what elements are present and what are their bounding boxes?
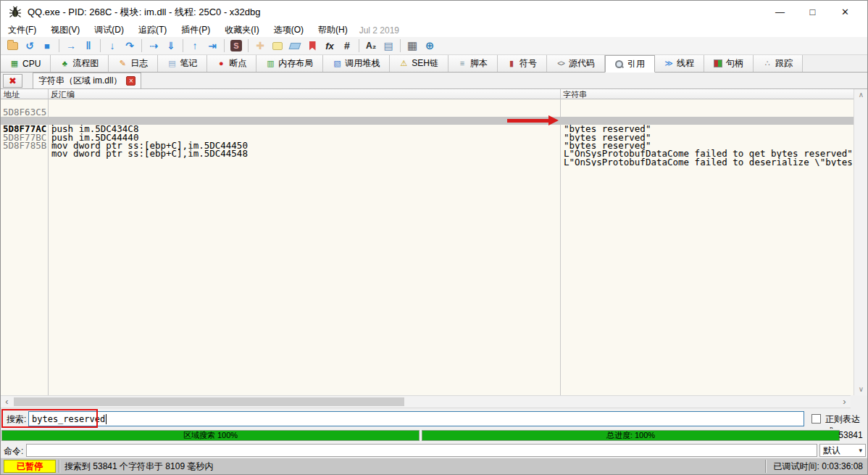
open-file-icon[interactable] [4,38,20,53]
function-icon[interactable]: fx [322,38,338,53]
scrollbar-thumb[interactable] [14,397,404,406]
scroll-down-icon[interactable]: ∨ [854,384,868,395]
scroll-right-icon[interactable]: › [838,396,851,408]
toolbar-separator [100,39,101,52]
search-input[interactable]: bytes_reserved [28,411,804,426]
tab-graph[interactable]: ♣流程图 [51,55,109,72]
table-row[interactable]: 5D8F63E8 push im.5DC434C8 "bytes_reserve… [1,108,854,116]
tab-cpu[interactable]: ▦CPU [1,55,51,72]
strings-region-tab[interactable]: 字符串（区域 im.dll） × [33,73,141,88]
tab-threads[interactable]: ≫线程 [655,55,704,72]
scrollbar-corner [851,395,867,408]
tab-symbols[interactable]: ▮符号 [498,55,547,72]
close-all-tabs-button[interactable]: ✖ [3,74,22,88]
toolbar-separator [248,39,249,52]
close-tab-icon[interactable]: × [126,76,135,86]
ascii-table-icon[interactable]: A₂ [363,38,379,53]
table-row[interactable]: 5D8F785B mov dword ptr ss:[ebp+C],im.5DC… [1,133,854,141]
symbols-icon: ▮ [507,59,516,67]
regex-checkbox[interactable] [811,414,821,424]
graph-icon: ♣ [60,59,69,67]
stop-icon[interactable]: ■ [39,38,55,53]
tab-references[interactable]: 引用 [605,55,655,73]
trace-over-icon[interactable]: ⇓ [163,38,179,53]
source-code-icon: <> [556,60,565,67]
menu-trace[interactable]: 追踪(T) [131,23,174,37]
pause-icon[interactable]: ‖ [80,38,96,53]
table-row[interactable]: 5D8F63C5 push im.5DC434C8 "bytes_reserve… [1,100,854,108]
source-icon[interactable]: S [228,38,244,53]
trace-icon: ∴ [763,59,772,67]
menu-bar: 文件(F) 视图(V) 调试(D) 追踪(T) 插件(P) 收藏夹(I) 选项(… [1,23,867,37]
scroll-left-icon[interactable]: ‹ [1,396,13,408]
text-caret [106,414,107,424]
table-row-selected[interactable]: 5D8F77AC push im.5DC44440 "bytes_reserve… [1,117,854,125]
maximize-button[interactable]: □ [796,1,829,23]
internet-icon[interactable]: ⊕ [422,38,438,53]
result-count: 53841 [837,430,864,441]
tab-notes[interactable]: ▤笔记 [158,55,207,72]
match-highlight: bytes_reserved [771,149,847,157]
tab-call-stack[interactable]: ▧调用堆栈 [323,55,390,72]
main-tab-bar: ▦CPU ♣流程图 ✎日志 ▤笔记 ●断点 ▥内存布局 ▧调用堆栈 ⚠SEH链 … [1,55,867,73]
breakpoint-icon: ● [217,59,225,67]
status-message: 搜索到 53841 个字符串于 8109 毫秒内 [63,460,762,473]
vertical-scrollbar[interactable]: ∧ ∨ [854,89,867,395]
hash-icon[interactable]: # [339,38,355,53]
tab-source[interactable]: <>源代码 [547,55,605,72]
menu-view[interactable]: 视图(V) [43,23,87,37]
toolbar-separator [359,39,359,52]
column-header-string[interactable]: 字符串 [560,89,854,99]
match-highlight: bytes_reserved [569,141,646,149]
scroll-up-icon[interactable]: ∧ [854,89,868,101]
patch-icon[interactable]: ✚ [252,38,268,53]
chevron-down-icon: ▾ [859,447,862,454]
step-over-icon[interactable]: ↷ [122,38,138,53]
comment-icon[interactable] [270,38,285,53]
memory-icon: ▥ [266,59,275,67]
animate-into-icon[interactable]: ⇢ [146,38,162,53]
search-row: 搜索: bytes_reserved 正则表达式 [1,408,867,429]
menu-options[interactable]: 选项(O) [267,23,311,37]
bookmark-icon[interactable] [304,38,320,53]
modules-icon[interactable]: ▤ [380,38,396,53]
menu-debug[interactable]: 调试(D) [87,23,131,37]
menu-help[interactable]: 帮助(H) [311,23,355,37]
tab-script[interactable]: ≡脚本 [448,55,498,72]
restart-icon[interactable]: ↺ [22,38,38,53]
execute-till-return-icon[interactable]: ↑ [187,38,203,53]
threads-icon: ≫ [664,59,673,67]
run-icon[interactable]: → [63,38,79,53]
menu-favourites[interactable]: 收藏夹(I) [217,23,266,37]
notes-icon: ▤ [167,59,176,67]
close-button[interactable]: ✕ [829,1,861,23]
tab-log[interactable]: ✎日志 [109,55,158,72]
run-to-user-code-icon[interactable]: ⇥ [204,38,220,53]
menu-plugins[interactable]: 插件(P) [174,23,217,37]
column-header-disassembly[interactable]: 反汇编 [48,89,560,99]
tab-handles[interactable]: 句柄 [704,55,754,72]
tab-seh[interactable]: ⚠SEH链 [390,55,448,72]
minimize-button[interactable]: — [764,1,796,23]
menu-file[interactable]: 文件(F) [1,23,43,37]
x32dbg-bug-icon [9,6,22,19]
toolbar-separator [224,39,225,52]
tab-breakpoints[interactable]: ●断点 [207,55,256,72]
tab-memory-map[interactable]: ▥内存布局 [256,55,323,72]
label-icon[interactable] [287,38,303,53]
command-profile-dropdown[interactable]: 默认 ▾ [819,444,866,457]
calculator-icon[interactable]: ▦ [404,38,420,53]
annotation-red-arrow [507,119,549,123]
debug-time: 已调试时间: 0:03:36:08 [769,460,867,473]
horizontal-scrollbar[interactable]: ‹ › [1,395,851,408]
status-separator [765,460,767,473]
annotation-red-box [1,409,98,428]
search-icon [615,60,624,68]
step-into-icon[interactable]: ↓ [104,38,120,53]
column-header-address[interactable]: 地址 [1,89,48,99]
x32dbg-window: QQ.exe - PID: 268C - 模块: im.dll - 线程: 25… [0,0,868,475]
table-body: 5D8F63C5 push im.5DC434C8 "bytes_reserve… [1,100,854,395]
tab-trace[interactable]: ∴跟踪 [754,55,803,72]
table-row[interactable]: 5D8F77BC mov dword ptr ss:[ebp+C],im.5DC… [1,125,854,133]
command-input[interactable] [26,444,817,457]
